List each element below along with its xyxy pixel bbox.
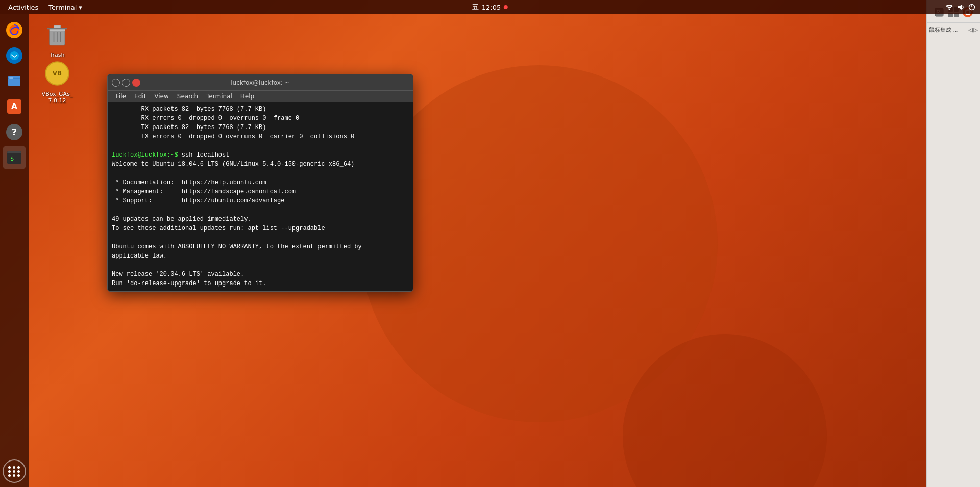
day-label: 五 (472, 3, 479, 12)
close-button[interactable] (132, 79, 140, 87)
term-line-5 (112, 141, 409, 150)
term-line-2: RX errors 0 dropped 0 overruns 0 frame 0 (112, 114, 409, 123)
term-line-12 (112, 206, 409, 215)
term-line-7: Welcome to Ubuntu 18.04.6 LTS (GNU/Linux… (112, 160, 409, 169)
power-icon (968, 3, 976, 11)
apps-grid-icon (8, 466, 20, 477)
terminal-menubar: File Edit View Search Terminal Help (108, 91, 413, 102)
maximize-button[interactable] (122, 79, 130, 87)
right-panel-label-row: 鼠标集成 ... ◁ ▷ (927, 23, 980, 37)
terminal-window: luckfox@luckfox: ~ File Edit View Search… (107, 74, 413, 292)
trash-icon (41, 18, 74, 50)
chevron-right-icon[interactable]: ▷ (974, 27, 978, 33)
term-line-10: * Management: https://landscape.canonica… (112, 187, 409, 196)
trash-desktop-icon[interactable]: Trash (37, 18, 78, 58)
svg-rect-14 (7, 151, 21, 153)
dock-icon-firefox[interactable] (3, 18, 26, 42)
right-panel: 鼠标集成 ... ◁ ▷ (926, 0, 980, 487)
term-line-1: RX packets 82 bytes 7768 (7.7 KB) (112, 105, 409, 114)
menu-search[interactable]: Search (173, 92, 202, 101)
network-icon (945, 3, 953, 11)
right-panel-chevrons: ◁ ▷ (968, 27, 978, 33)
svg-text:$_: $_ (10, 155, 18, 162)
term-line-8 (112, 169, 409, 178)
right-panel-divider-2 (927, 37, 980, 37)
term-line-15 (112, 233, 409, 242)
svg-text:VB: VB (53, 70, 62, 77)
term-line-11: * Support: https://ubuntu.com/advantage (112, 196, 409, 206)
dock-icon-help[interactable]: ? (3, 120, 26, 144)
show-apps-button[interactable] (3, 459, 26, 483)
top-panel-right (945, 3, 976, 11)
window-buttons (112, 79, 140, 87)
left-dock: A ? $_ (0, 14, 29, 487)
terminal-title: luckfox@luckfox: ~ (231, 79, 289, 86)
app-menu-label: Terminal (48, 4, 77, 11)
vbox-desktop-icon[interactable]: VB VBox_GAs_ 7.0.12 (37, 57, 78, 104)
app-menu-arrow: ▾ (79, 4, 82, 11)
term-line-18 (112, 261, 409, 270)
svg-rect-8 (9, 77, 13, 79)
menu-terminal[interactable]: Terminal (202, 92, 236, 101)
app-menu[interactable]: Terminal ▾ (44, 0, 86, 14)
menu-file[interactable]: File (112, 92, 130, 101)
svg-text:?: ? (12, 126, 17, 137)
chevron-left-icon[interactable]: ◁ (968, 27, 972, 33)
term-line-17: applicable law. (112, 251, 409, 261)
term-line-4: TX errors 0 dropped 0 overruns 0 carrier… (112, 132, 409, 141)
terminal-body[interactable]: RX packets 82 bytes 7768 (7.7 KB) RX err… (108, 102, 413, 291)
term-line-16: Ubuntu comes with ABSOLUTELY NO WARRANTY… (112, 242, 409, 251)
term-line-3: TX packets 82 bytes 7768 (7.7 KB) (112, 123, 409, 132)
term-line-20: Run 'do-release-upgrade' to upgrade to i… (112, 279, 409, 288)
vbox-icon: VB (41, 57, 74, 90)
dock-icon-ubuntu-software[interactable]: A (3, 95, 26, 118)
top-panel-clock[interactable]: 五 12:05 (472, 3, 508, 12)
svg-text:A: A (11, 101, 18, 111)
right-panel-title: 鼠标集成 ... (929, 26, 959, 34)
term-line-13: 49 updates can be applied immediately. (112, 215, 409, 224)
vbox-label: VBox_GAs_ 7.0.12 (42, 91, 73, 104)
term-line-14: To see these additional updates run: apt… (112, 224, 409, 233)
menu-help[interactable]: Help (236, 92, 258, 101)
term-line-9: * Documentation: https://help.ubuntu.com (112, 178, 409, 187)
term-line-6: luckfox@luckfox:~$ ssh localhost (112, 150, 409, 160)
time-label: 12:05 (482, 4, 501, 11)
term-line-19: New release '20.04.6 LTS' available. (112, 270, 409, 279)
menu-view[interactable]: View (150, 92, 173, 101)
top-panel: Activities Terminal ▾ 五 12:05 (0, 0, 980, 14)
term-line-21 (112, 288, 409, 291)
menu-edit[interactable]: Edit (130, 92, 150, 101)
terminal-titlebar: luckfox@luckfox: ~ (108, 74, 413, 91)
svg-point-6 (10, 51, 19, 60)
activities-button[interactable]: Activities (4, 0, 42, 14)
dock-icon-thunderbird[interactable] (3, 44, 26, 67)
recording-indicator (504, 5, 508, 9)
dock-icon-terminal[interactable]: $_ (3, 146, 26, 169)
svg-point-0 (949, 9, 950, 10)
dock-icon-files[interactable] (3, 69, 26, 93)
volume-icon (957, 3, 965, 11)
minimize-button[interactable] (112, 79, 120, 87)
